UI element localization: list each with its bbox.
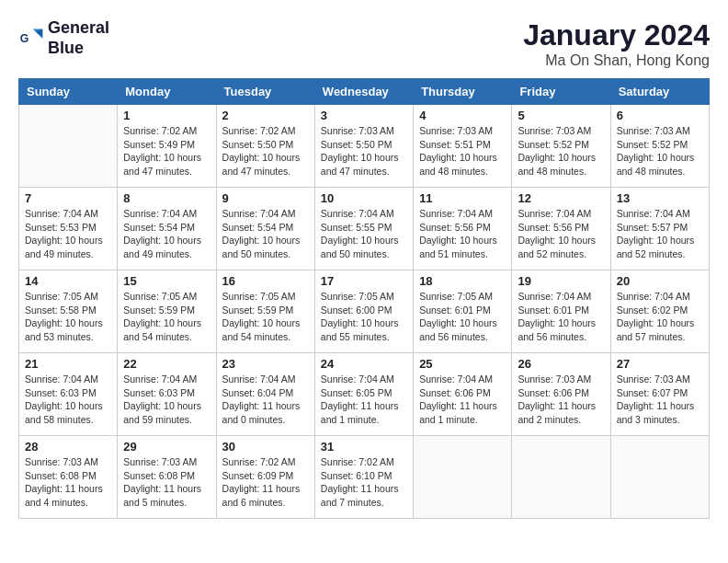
day-number: 30 bbox=[222, 440, 309, 454]
day-info: Sunrise: 7:03 AM Sunset: 6:07 PM Dayligh… bbox=[617, 373, 703, 427]
day-number: 27 bbox=[617, 357, 703, 371]
day-info: Sunrise: 7:04 AM Sunset: 6:02 PM Dayligh… bbox=[617, 290, 703, 344]
day-info: Sunrise: 7:04 AM Sunset: 6:05 PM Dayligh… bbox=[321, 373, 407, 427]
week-row-3: 14Sunrise: 7:05 AM Sunset: 5:58 PM Dayli… bbox=[19, 270, 710, 353]
day-cell: 22Sunrise: 7:04 AM Sunset: 6:03 PM Dayli… bbox=[118, 353, 216, 436]
day-info: Sunrise: 7:03 AM Sunset: 5:51 PM Dayligh… bbox=[419, 124, 506, 178]
day-cell: 8Sunrise: 7:04 AM Sunset: 5:54 PM Daylig… bbox=[118, 188, 216, 270]
day-number: 5 bbox=[518, 109, 604, 122]
day-cell: 5Sunrise: 7:03 AM Sunset: 5:52 PM Daylig… bbox=[512, 105, 610, 188]
day-info: Sunrise: 7:03 AM Sunset: 6:08 PM Dayligh… bbox=[123, 455, 210, 510]
day-info: Sunrise: 7:03 AM Sunset: 5:52 PM Dayligh… bbox=[617, 124, 703, 178]
day-info: Sunrise: 7:05 AM Sunset: 5:59 PM Dayligh… bbox=[123, 290, 210, 344]
day-cell: 25Sunrise: 7:04 AM Sunset: 6:06 PM Dayli… bbox=[414, 353, 512, 436]
day-number: 22 bbox=[123, 357, 210, 371]
day-cell: 9Sunrise: 7:04 AM Sunset: 5:54 PM Daylig… bbox=[216, 188, 314, 270]
day-number: 11 bbox=[419, 191, 506, 205]
day-info: Sunrise: 7:05 AM Sunset: 6:00 PM Dayligh… bbox=[321, 290, 407, 344]
week-row-4: 21Sunrise: 7:04 AM Sunset: 6:03 PM Dayli… bbox=[19, 353, 710, 436]
day-info: Sunrise: 7:03 AM Sunset: 5:50 PM Dayligh… bbox=[321, 124, 407, 178]
day-info: Sunrise: 7:02 AM Sunset: 6:10 PM Dayligh… bbox=[321, 455, 407, 510]
day-info: Sunrise: 7:04 AM Sunset: 6:04 PM Dayligh… bbox=[222, 373, 309, 427]
day-cell: 4Sunrise: 7:03 AM Sunset: 5:51 PM Daylig… bbox=[414, 105, 512, 188]
weekday-header-monday: Monday bbox=[118, 79, 216, 105]
day-info: Sunrise: 7:04 AM Sunset: 6:06 PM Dayligh… bbox=[419, 373, 506, 427]
day-cell: 7Sunrise: 7:04 AM Sunset: 5:53 PM Daylig… bbox=[19, 188, 118, 270]
day-info: Sunrise: 7:05 AM Sunset: 5:59 PM Dayligh… bbox=[222, 290, 309, 344]
day-number: 9 bbox=[222, 191, 309, 205]
week-row-2: 7Sunrise: 7:04 AM Sunset: 5:53 PM Daylig… bbox=[19, 188, 710, 270]
logo: G General Blue bbox=[18, 18, 109, 58]
day-cell: 10Sunrise: 7:04 AM Sunset: 5:55 PM Dayli… bbox=[314, 188, 413, 270]
day-number: 19 bbox=[518, 274, 604, 288]
day-number: 21 bbox=[25, 357, 111, 371]
day-cell: 19Sunrise: 7:04 AM Sunset: 6:01 PM Dayli… bbox=[512, 270, 610, 353]
day-info: Sunrise: 7:04 AM Sunset: 6:01 PM Dayligh… bbox=[518, 290, 604, 344]
day-number: 15 bbox=[123, 274, 210, 288]
day-number: 7 bbox=[25, 191, 111, 205]
day-cell: 11Sunrise: 7:04 AM Sunset: 5:56 PM Dayli… bbox=[414, 188, 512, 270]
day-number: 20 bbox=[617, 274, 703, 288]
week-row-5: 28Sunrise: 7:03 AM Sunset: 6:08 PM Dayli… bbox=[19, 436, 710, 519]
logo-text: General Blue bbox=[48, 18, 109, 58]
weekday-header-friday: Friday bbox=[512, 79, 610, 105]
day-number: 2 bbox=[222, 109, 309, 122]
day-cell: 17Sunrise: 7:05 AM Sunset: 6:00 PM Dayli… bbox=[314, 270, 413, 353]
day-info: Sunrise: 7:03 AM Sunset: 5:52 PM Dayligh… bbox=[518, 124, 604, 178]
logo-icon: G bbox=[18, 26, 44, 52]
day-cell: 31Sunrise: 7:02 AM Sunset: 6:10 PM Dayli… bbox=[314, 436, 413, 519]
day-cell: 23Sunrise: 7:04 AM Sunset: 6:04 PM Dayli… bbox=[216, 353, 314, 436]
day-number: 25 bbox=[419, 357, 506, 371]
day-cell: 20Sunrise: 7:04 AM Sunset: 6:02 PM Dayli… bbox=[610, 270, 709, 353]
day-cell: 30Sunrise: 7:02 AM Sunset: 6:09 PM Dayli… bbox=[216, 436, 314, 519]
day-info: Sunrise: 7:04 AM Sunset: 5:56 PM Dayligh… bbox=[419, 207, 506, 261]
month-year-title: January 2024 bbox=[523, 18, 710, 52]
day-cell: 3Sunrise: 7:03 AM Sunset: 5:50 PM Daylig… bbox=[314, 105, 413, 188]
day-number: 26 bbox=[518, 357, 604, 371]
day-info: Sunrise: 7:05 AM Sunset: 6:01 PM Dayligh… bbox=[419, 290, 506, 344]
day-info: Sunrise: 7:04 AM Sunset: 6:03 PM Dayligh… bbox=[25, 373, 111, 427]
day-cell: 6Sunrise: 7:03 AM Sunset: 5:52 PM Daylig… bbox=[610, 105, 709, 188]
day-number: 4 bbox=[419, 109, 506, 122]
day-cell: 12Sunrise: 7:04 AM Sunset: 5:56 PM Dayli… bbox=[512, 188, 610, 270]
svg-text:G: G bbox=[20, 31, 29, 44]
day-info: Sunrise: 7:03 AM Sunset: 6:08 PM Dayligh… bbox=[25, 455, 111, 510]
weekday-header-tuesday: Tuesday bbox=[216, 79, 314, 105]
day-info: Sunrise: 7:04 AM Sunset: 5:57 PM Dayligh… bbox=[617, 207, 703, 261]
weekday-header-thursday: Thursday bbox=[414, 79, 512, 105]
day-number: 14 bbox=[25, 274, 111, 288]
day-info: Sunrise: 7:02 AM Sunset: 5:50 PM Dayligh… bbox=[222, 124, 309, 178]
day-cell bbox=[610, 436, 709, 519]
calendar-header: SundayMondayTuesdayWednesdayThursdayFrid… bbox=[19, 79, 710, 105]
header: G General Blue January 2024 Ma On Shan, … bbox=[18, 18, 710, 69]
day-number: 8 bbox=[123, 191, 210, 205]
location-subtitle: Ma On Shan, Hong Kong bbox=[523, 52, 710, 69]
day-info: Sunrise: 7:05 AM Sunset: 5:58 PM Dayligh… bbox=[25, 290, 111, 344]
calendar-body: 1Sunrise: 7:02 AM Sunset: 5:49 PM Daylig… bbox=[19, 105, 710, 519]
day-info: Sunrise: 7:04 AM Sunset: 6:03 PM Dayligh… bbox=[123, 373, 210, 427]
day-number: 28 bbox=[25, 440, 111, 454]
day-cell: 15Sunrise: 7:05 AM Sunset: 5:59 PM Dayli… bbox=[118, 270, 216, 353]
day-number: 31 bbox=[321, 440, 407, 454]
title-area: January 2024 Ma On Shan, Hong Kong bbox=[523, 18, 710, 69]
day-number: 29 bbox=[123, 440, 210, 454]
day-info: Sunrise: 7:04 AM Sunset: 5:56 PM Dayligh… bbox=[518, 207, 604, 261]
day-number: 23 bbox=[222, 357, 309, 371]
day-number: 13 bbox=[617, 191, 703, 205]
week-row-1: 1Sunrise: 7:02 AM Sunset: 5:49 PM Daylig… bbox=[19, 105, 710, 188]
day-cell: 29Sunrise: 7:03 AM Sunset: 6:08 PM Dayli… bbox=[118, 436, 216, 519]
day-info: Sunrise: 7:02 AM Sunset: 6:09 PM Dayligh… bbox=[222, 455, 309, 510]
day-cell: 21Sunrise: 7:04 AM Sunset: 6:03 PM Dayli… bbox=[19, 353, 118, 436]
weekday-header-sunday: Sunday bbox=[19, 79, 118, 105]
day-info: Sunrise: 7:04 AM Sunset: 5:55 PM Dayligh… bbox=[321, 207, 407, 261]
day-cell: 13Sunrise: 7:04 AM Sunset: 5:57 PM Dayli… bbox=[610, 188, 709, 270]
day-number: 3 bbox=[321, 109, 407, 122]
day-cell: 24Sunrise: 7:04 AM Sunset: 6:05 PM Dayli… bbox=[314, 353, 413, 436]
day-number: 18 bbox=[419, 274, 506, 288]
day-number: 1 bbox=[123, 109, 210, 122]
day-cell: 26Sunrise: 7:03 AM Sunset: 6:06 PM Dayli… bbox=[512, 353, 610, 436]
day-cell: 18Sunrise: 7:05 AM Sunset: 6:01 PM Dayli… bbox=[414, 270, 512, 353]
day-number: 24 bbox=[321, 357, 407, 371]
day-cell bbox=[19, 105, 118, 188]
day-number: 6 bbox=[617, 109, 703, 122]
